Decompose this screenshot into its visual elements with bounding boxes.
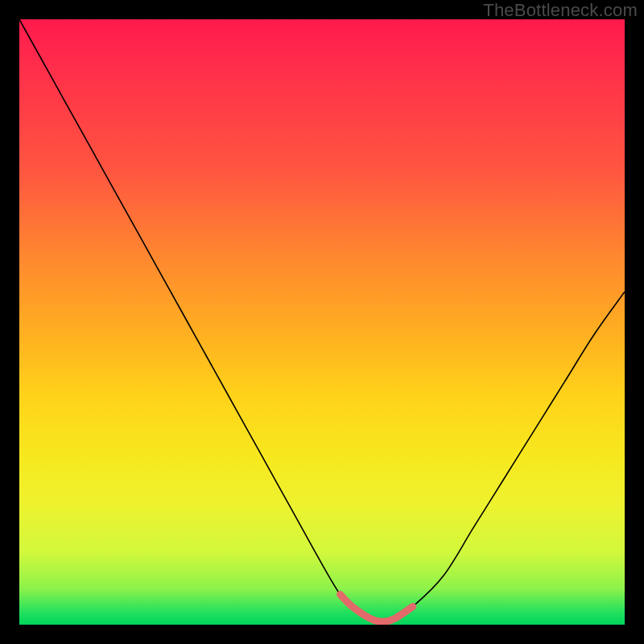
chart-svg (19, 19, 625, 625)
plot-area (19, 19, 625, 625)
watermark-label: TheBottleneck.com (483, 0, 638, 21)
bottleneck-curve (19, 19, 625, 621)
chart-frame: TheBottleneck.com (0, 0, 644, 644)
optimal-range-highlight (341, 594, 413, 621)
